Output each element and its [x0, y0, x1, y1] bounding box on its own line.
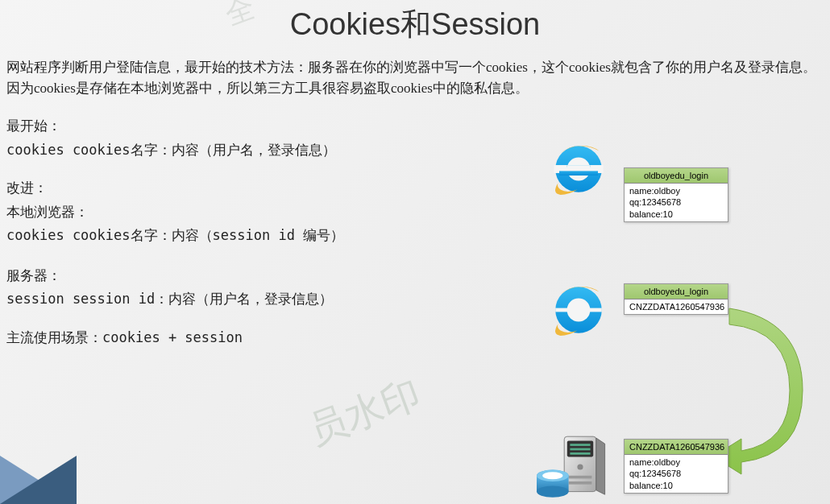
svg-rect-22	[569, 481, 592, 485]
cookie-box-plain: oldboyedu_login name:oldboy qq:12345678 …	[624, 167, 728, 222]
box1-body: name:oldboy qq:12345678 balance:10	[625, 184, 728, 221]
box1-l3: balance:10	[629, 209, 723, 220]
box2-header: oldboyedu_login	[625, 284, 728, 300]
box3-header: CNZZDATA1260547936	[625, 440, 728, 455]
watermark-text: 员水印	[301, 368, 427, 456]
svg-point-25	[537, 485, 569, 497]
ie-browser-icon	[546, 278, 611, 342]
svg-rect-17	[570, 444, 590, 446]
diagram-area: oldboyedu_login name:oldboy qq:12345678 …	[524, 137, 814, 491]
svg-rect-14	[555, 308, 602, 312]
svg-point-27	[542, 472, 562, 479]
section1-heading: 最开始：	[6, 116, 824, 137]
box3-l1: name:oldboy	[629, 456, 723, 468]
box3-l3: balance:10	[629, 480, 723, 491]
box3-body: name:oldboy qq:12345678 balance:10	[625, 455, 728, 493]
svg-rect-11	[555, 167, 602, 171]
session-box-server: CNZZDATA1260547936 name:oldboy qq:123456…	[624, 439, 728, 494]
box1-l1: name:oldboy	[629, 185, 723, 196]
box1-header: oldboyedu_login	[625, 168, 728, 184]
decorative-triangle	[0, 456, 77, 504]
svg-rect-19	[570, 452, 590, 455]
box1-l2: qq:12345678	[629, 196, 723, 208]
page-title: Cookies和Session	[0, 0, 830, 57]
svg-rect-21	[569, 476, 592, 479]
svg-point-20	[577, 464, 583, 469]
box3-l2: qq:12345678	[629, 468, 723, 479]
ie-browser-icon	[546, 137, 611, 201]
svg-rect-18	[570, 448, 590, 451]
intro-paragraph: 网站程序判断用户登陆信息，最开始的技术方法：服务器在你的浏览器中写一个cooki…	[6, 57, 824, 98]
server-icon	[529, 431, 617, 503]
